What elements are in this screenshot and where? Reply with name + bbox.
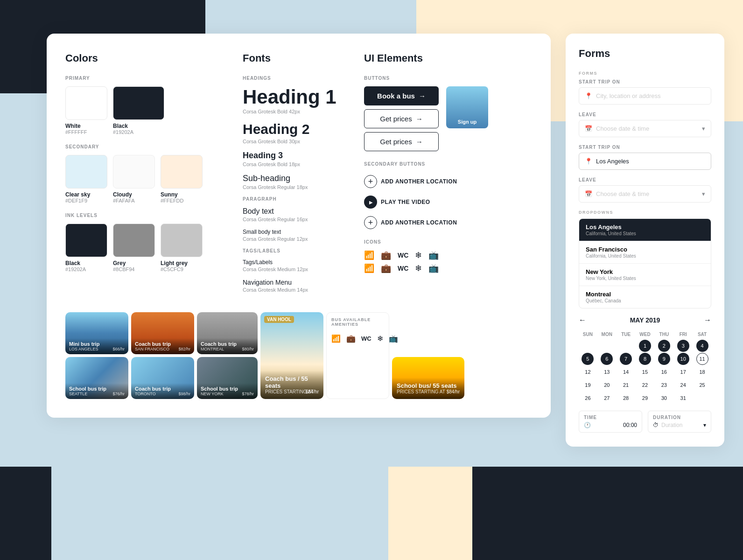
trip-school-55[interactable]: School bus/ 55 seats PRICES STARTING AT … — [392, 357, 464, 399]
ink-grey-hex: #8CBF94 — [113, 266, 155, 272]
cal-prev-button[interactable]: ← — [579, 316, 586, 324]
date-select-2[interactable]: 📅 Choose date & time ▾ — [579, 185, 711, 203]
icons-row-2: 📶 💼 WC ❄ 📺 — [364, 263, 467, 273]
cal-day-16[interactable]: 16 — [658, 366, 670, 378]
amenity-wifi: 📶 — [331, 334, 341, 343]
add-location-button-1[interactable]: + ADD ANOTHER LOCATION — [364, 172, 457, 191]
ink-grey-name: Grey — [113, 260, 155, 266]
cal-day-11[interactable]: 11 — [696, 353, 708, 365]
trip-school-seattle[interactable]: School bus trip SEATTLE $76/hr — [65, 357, 128, 399]
book-bus-button[interactable]: Book a bus → — [364, 86, 439, 105]
black-hex: #19202A — [113, 129, 164, 135]
cal-day-23[interactable]: 23 — [658, 379, 670, 391]
amenity-bag: 💼 — [346, 334, 356, 343]
ink-black-hex: #19202A — [65, 266, 107, 272]
cal-next-button[interactable]: → — [704, 316, 711, 324]
white-hex: #FFFFFF — [65, 129, 107, 135]
cal-day-29[interactable]: 29 — [639, 392, 651, 404]
cal-day-15[interactable]: 15 — [639, 366, 651, 378]
icons-label: ICONS — [364, 239, 467, 245]
dropdown-item-ny[interactable]: New York New York, United States — [579, 264, 711, 286]
cal-day-24[interactable]: 24 — [677, 379, 689, 391]
arrow-icon: → — [419, 92, 426, 100]
cal-day-30[interactable]: 30 — [658, 392, 670, 404]
dropdown-item-sf[interactable]: San Francisco California, United States — [579, 241, 711, 264]
chevron-down-duration[interactable]: ▾ — [703, 422, 706, 428]
get-prices-1-label: Get prices — [380, 115, 412, 123]
cloudy-swatch: Cloudy #FAFAFA — [113, 155, 155, 203]
buttons-label: BUTTONS — [364, 76, 467, 81]
trip-coach-sf[interactable]: Coach bus trip SAN FRANCISCO $82/hr — [131, 312, 194, 354]
cal-day-8[interactable]: 8 — [639, 353, 651, 365]
screen-icon-2: 📺 — [428, 263, 439, 273]
trip-coach-montreal[interactable]: Coach bus trip MONTREAL $80/hr — [197, 312, 258, 354]
ink-lightgrey-name: Light grey — [161, 260, 203, 266]
clock-icon: 🕐 — [584, 422, 591, 428]
heading2-sub: Corsa Grotesk Bold 30px — [243, 139, 345, 144]
cal-day-3[interactable]: 3 — [677, 340, 689, 352]
body-sub: Corsa Grotesk Regular 16px — [243, 217, 345, 222]
trip-coach-toronto[interactable]: Coach bus trip TORONTO $98/hr — [131, 357, 194, 399]
colors-section: Colors PRIMARY White #FFFFFF Black #1920… — [65, 52, 224, 281]
chevron-down-icon-1: ▾ — [702, 125, 705, 132]
secondary-label: SECONDARY — [65, 144, 224, 149]
wc-icon-1: WC — [398, 252, 408, 259]
ink-grey-swatch: Grey #8CBF94 — [113, 224, 155, 272]
city-input-2[interactable]: 📍 Los Angeles — [579, 153, 711, 170]
los-angeles-value: Los Angeles — [596, 158, 629, 165]
cal-day-2[interactable]: 2 — [658, 340, 670, 352]
amenities-card: BUS AVAILABLE AMENITIES 📶 💼 WC ❄ 📺 — [326, 312, 389, 399]
cal-day-26[interactable]: 26 — [582, 392, 594, 404]
cal-day-19[interactable]: 19 — [582, 379, 594, 391]
snowflake-icon-1: ❄ — [415, 250, 422, 260]
cal-mon: MON — [598, 330, 616, 339]
cal-day-9[interactable]: 9 — [658, 353, 670, 365]
trip-coach-55[interactable]: VAN HOOL Coach bus / 55 seats PRICES STA… — [260, 312, 323, 399]
cal-day-13[interactable]: 13 — [601, 366, 613, 378]
cal-day-25[interactable]: 25 — [696, 379, 708, 391]
cal-day-7[interactable]: 7 — [620, 353, 632, 365]
play-video-button[interactable]: ▶ PLAY THE VIDEO — [364, 193, 430, 211]
cal-day-27[interactable]: 27 — [601, 392, 613, 404]
trip-mini-la[interactable]: Mini bus trip LOS ANGELES $66/hr — [65, 312, 128, 354]
trip-school-ny[interactable]: School bus trip NEW YORK $78/hr — [197, 357, 258, 399]
get-prices-button-2[interactable]: Get prices → — [364, 132, 439, 151]
cal-empty-3 — [620, 340, 632, 352]
montreal-sub: Québec, Canada — [586, 298, 704, 303]
time-box: TIME 🕐 00:00 — [579, 411, 642, 433]
cal-day-28[interactable]: 28 — [620, 392, 632, 404]
cal-day-31[interactable]: 31 — [677, 392, 689, 404]
tags-sub: Corsa Grotesk Medium 12px — [243, 266, 345, 272]
city-input-1[interactable]: 📍 City, location or address — [579, 87, 711, 105]
sf-name: San Francisco — [586, 246, 704, 253]
cal-day-17[interactable]: 17 — [677, 366, 689, 378]
cal-day-18[interactable]: 18 — [696, 366, 708, 378]
cal-day-1[interactable]: 1 — [639, 340, 651, 352]
sunny-swatch: Sunny #FFEFDD — [161, 155, 203, 203]
arrow-icon-2: → — [416, 115, 423, 123]
cal-day-22[interactable]: 22 — [639, 379, 651, 391]
cal-day-20[interactable]: 20 — [601, 379, 613, 391]
dropdown-item-montreal[interactable]: Montreal Québec, Canada — [579, 286, 711, 308]
cal-day-10[interactable]: 10 — [677, 353, 689, 365]
leave-1: LEAVE 📅 Choose date & time ▾ — [579, 112, 711, 137]
add-location-button-2[interactable]: + ADD ANOTHER LOCATION — [364, 213, 457, 232]
ink-label: INK LEVELS — [65, 213, 224, 218]
calendar-grid: SUN MON TUE WED THU FRI SAT 1 2 3 4 5 6 … — [579, 330, 711, 404]
arrow-icon-3: → — [416, 138, 423, 146]
ink-lightgrey-box — [161, 224, 203, 257]
cal-day-21[interactable]: 21 — [620, 379, 632, 391]
get-prices-button-1[interactable]: Get prices → — [364, 109, 439, 128]
cal-day-12[interactable]: 12 — [582, 366, 594, 378]
dropdown-item-la[interactable]: Los Angeles California, United States — [579, 219, 711, 241]
icons-row-1: 📶 💼 WC ❄ 📺 — [364, 250, 467, 260]
book-bus-label: Book a bus — [377, 92, 415, 100]
play-video-label: PLAY THE VIDEO — [381, 199, 430, 205]
cal-day-6[interactable]: 6 — [601, 353, 613, 365]
cal-day-5[interactable]: 5 — [582, 353, 594, 365]
cal-day-14[interactable]: 14 — [620, 366, 632, 378]
date-select-1[interactable]: 📅 Choose date & time ▾ — [579, 120, 711, 137]
black-swatch: Black #19202A — [113, 86, 164, 135]
cal-day-4[interactable]: 4 — [696, 340, 708, 352]
van-hool-badge: VAN HOOL — [264, 316, 294, 323]
